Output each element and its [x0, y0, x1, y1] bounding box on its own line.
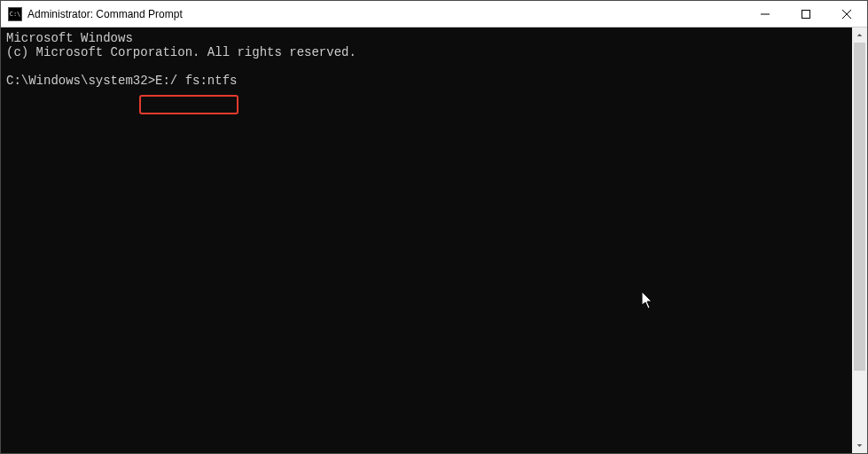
content-area: Microsoft Windows (c) Microsoft Corporat… — [1, 27, 867, 453]
scroll-down-button[interactable] — [852, 438, 867, 453]
vertical-scrollbar[interactable] — [852, 27, 867, 453]
svg-rect-1 — [802, 10, 810, 18]
console-line: (c) Microsoft Corporation. All rights re… — [6, 45, 356, 59]
minimize-button[interactable] — [745, 1, 786, 27]
prompt-path: C:\Windows\system32> — [6, 74, 155, 88]
close-button[interactable] — [826, 1, 867, 27]
minimize-icon — [761, 10, 770, 19]
mouse-cursor-icon — [583, 278, 654, 327]
scroll-up-button[interactable] — [852, 27, 867, 43]
window-title: Administrator: Command Prompt — [27, 8, 183, 20]
window-controls — [745, 1, 867, 27]
console-output[interactable]: Microsoft Windows (c) Microsoft Corporat… — [1, 27, 852, 453]
close-icon — [842, 10, 851, 19]
scrollbar-track[interactable] — [852, 43, 867, 438]
command-prompt-window: C:\ Administrator: Command Prompt Micros… — [0, 0, 868, 454]
cmd-icon: C:\ — [8, 7, 22, 21]
chevron-up-icon — [856, 32, 863, 38]
titlebar[interactable]: C:\ Administrator: Command Prompt — [1, 1, 867, 27]
maximize-button[interactable] — [786, 1, 826, 27]
annotation-highlight — [139, 95, 239, 114]
scrollbar-thumb[interactable] — [854, 43, 865, 371]
chevron-down-icon — [856, 442, 863, 449]
maximize-icon — [802, 10, 810, 19]
typed-command: E:/ fs:ntfs — [155, 74, 237, 88]
console-line: Microsoft Windows — [6, 31, 133, 45]
